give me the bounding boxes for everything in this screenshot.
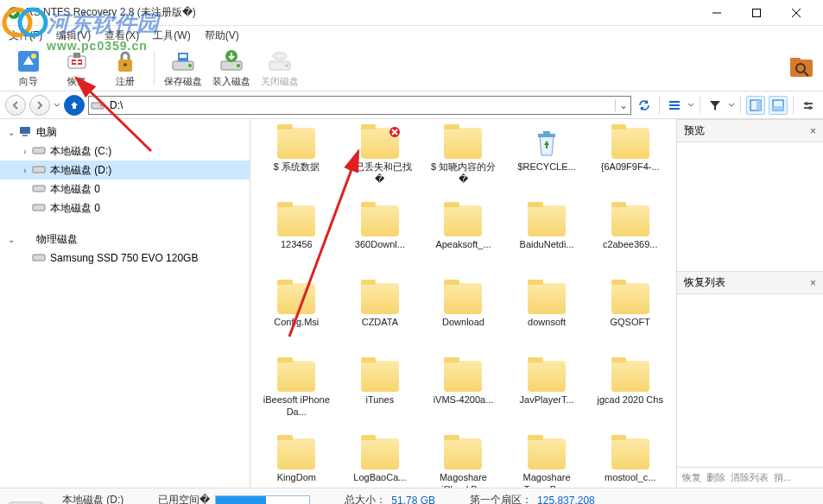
wizard-button[interactable]: 向导	[5, 46, 52, 90]
folder-item[interactable]: {6A09F9F4-...	[589, 128, 671, 197]
title-bar: RS NTFS Recovery 2.8 (未注册版�)	[0, 0, 823, 26]
recover-list-close-icon[interactable]: ×	[810, 277, 816, 289]
preview-title: 预览	[684, 123, 705, 138]
folder-item[interactable]: CZDATA	[339, 283, 421, 352]
folder-label: downsoft	[528, 316, 566, 328]
menu-tools[interactable]: 工具(W)	[148, 27, 195, 45]
menu-bar: 文件(F) 编辑(V) 查看(X) 工具(W) 帮助(V)	[0, 26, 823, 45]
nav-back-button[interactable]	[5, 95, 26, 116]
svg-point-31	[100, 104, 102, 106]
folder-label: $RECYCLE...	[517, 161, 575, 173]
recover-action[interactable]: 恢复	[682, 471, 701, 484]
folder-label: iVMS-4200a...	[434, 394, 494, 406]
tree-ssd[interactable]: Samsung SSD 750 EVO 120GB	[0, 249, 250, 268]
menu-help[interactable]: 帮助(V)	[199, 27, 244, 45]
recover-button[interactable]: 恢复	[54, 46, 100, 90]
folder-item[interactable]: iBeesoft iPhone Da...	[256, 361, 338, 430]
folder-item[interactable]: Apeaksoft_...	[422, 205, 504, 274]
preview-close-icon[interactable]: ×	[810, 125, 816, 137]
folder-item[interactable]: $ 系统数据	[256, 128, 338, 197]
minimize-button[interactable]	[697, 0, 737, 26]
tree-computer[interactable]: ⌄ 电脑	[0, 123, 250, 142]
toolbar-separator	[154, 51, 155, 85]
folder-item[interactable]: $ 已丢失和已找�	[339, 128, 421, 197]
menu-view[interactable]: 查看(X)	[99, 27, 144, 45]
delete-action[interactable]: 删除	[706, 471, 725, 484]
folder-search-icon[interactable]	[787, 53, 818, 84]
svg-rect-4	[753, 9, 761, 16]
recover-list-title: 恢复列表	[684, 275, 725, 290]
folder-label: $ 系统数据	[274, 161, 320, 173]
svg-rect-44	[22, 135, 28, 136]
preview-pane-button[interactable]	[746, 96, 765, 115]
folder-label: GQSOFT	[610, 316, 649, 328]
register-button[interactable]: 注册	[102, 46, 149, 90]
folder-item[interactable]: JavPlayerT...	[506, 361, 588, 430]
view-dropdown[interactable]	[687, 102, 694, 109]
nav-forward-button[interactable]	[29, 95, 50, 116]
folder-item[interactable]: Config.Msi	[256, 283, 338, 352]
status-used-label: 已用空间�	[158, 493, 210, 504]
folder-item[interactable]: 123456	[256, 205, 338, 274]
menu-edit[interactable]: 编辑(V)	[51, 27, 96, 45]
folder-item[interactable]: iTunes	[339, 361, 421, 430]
folder-item[interactable]: LogBaoCa...	[339, 438, 421, 488]
file-list: $ 系统数据$ 已丢失和已找�$ 知晓内容的分�$RECYCLE...{6A09…	[250, 119, 676, 488]
address-path: D:\	[106, 99, 615, 111]
nav-history-dropdown[interactable]	[54, 102, 60, 109]
status-first-sector-value: 125,837,208	[537, 495, 595, 505]
svg-point-15	[123, 63, 127, 66]
filter-dropdown[interactable]	[728, 102, 735, 109]
folder-label: BaiduNetdi...	[520, 238, 574, 250]
folder-item[interactable]: c2abee369...	[589, 205, 671, 274]
svg-rect-46	[33, 167, 45, 173]
filter-button[interactable]	[706, 96, 725, 115]
tree-drive-d[interactable]: › 本地磁盘 (D:)	[0, 161, 250, 180]
folder-item[interactable]: Download	[422, 283, 504, 352]
folder-item[interactable]: Magoshare Temp Ba...	[506, 438, 588, 488]
tree-drive-0a[interactable]: 本地磁盘 0	[0, 180, 250, 198]
folder-item[interactable]: iVMS-4200a...	[422, 361, 504, 430]
folder-item[interactable]: downsoft	[506, 283, 588, 352]
address-dropdown[interactable]: ⌄	[615, 99, 630, 111]
folder-item[interactable]: GQSOFT	[589, 283, 671, 352]
refresh-button[interactable]	[635, 96, 654, 115]
svg-rect-38	[773, 106, 783, 110]
tree-drive-0b[interactable]: 本地磁盘 0	[0, 198, 250, 217]
svg-point-24	[285, 64, 288, 67]
nav-up-button[interactable]	[64, 95, 85, 116]
folder-label: {6A09F9F4-...	[601, 161, 660, 173]
svg-rect-48	[33, 205, 45, 211]
folder-label: iTunes	[366, 394, 395, 406]
tree-physical[interactable]: ⌄ 物理磁盘	[0, 230, 250, 249]
maximize-button[interactable]	[737, 0, 776, 26]
svg-rect-26	[790, 60, 813, 77]
svg-point-8	[31, 54, 36, 59]
folder-item[interactable]: mostool_c...	[589, 438, 671, 488]
folder-item[interactable]: jgcad 2020 Chs	[589, 361, 671, 430]
donate-action[interactable]: 捐...	[774, 471, 791, 484]
tree-panel: ⌄ 电脑 › 本地磁盘 (C:) › 本地磁盘 (D:) 本地磁盘 0 本地磁盘…	[0, 119, 250, 488]
folder-item[interactable]: $RECYCLE...	[506, 128, 588, 197]
folder-label: Magoshare Temp Ba...	[512, 471, 581, 488]
menu-file[interactable]: 文件(F)	[3, 27, 47, 45]
address-field[interactable]: D:\ ⌄	[88, 96, 631, 115]
folder-item[interactable]: 360Downl...	[339, 205, 421, 274]
tree-drive-c[interactable]: › 本地磁盘 (C:)	[0, 142, 250, 161]
svg-point-25	[273, 53, 287, 60]
folder-item[interactable]: Magoshare iCloud B...	[422, 438, 504, 488]
status-total-label: 总大小：	[345, 493, 386, 504]
folder-item[interactable]: BaiduNetdi...	[506, 205, 588, 274]
save-disk-button[interactable]: 保存磁盘	[160, 46, 206, 90]
folder-item[interactable]: KingDom	[256, 438, 338, 488]
clear-list-action[interactable]: 清除列表	[731, 471, 769, 484]
recover-list-body	[677, 294, 823, 467]
options-button[interactable]	[799, 96, 818, 115]
view-list-button[interactable]	[665, 96, 684, 115]
close-button[interactable]	[776, 0, 816, 26]
folder-item[interactable]: $ 知晓内容的分�	[422, 128, 504, 197]
svg-point-21	[237, 64, 240, 67]
recover-pane-button[interactable]	[769, 96, 788, 115]
mount-disk-button[interactable]: 装入磁盘	[208, 46, 255, 90]
svg-point-17	[188, 64, 192, 67]
